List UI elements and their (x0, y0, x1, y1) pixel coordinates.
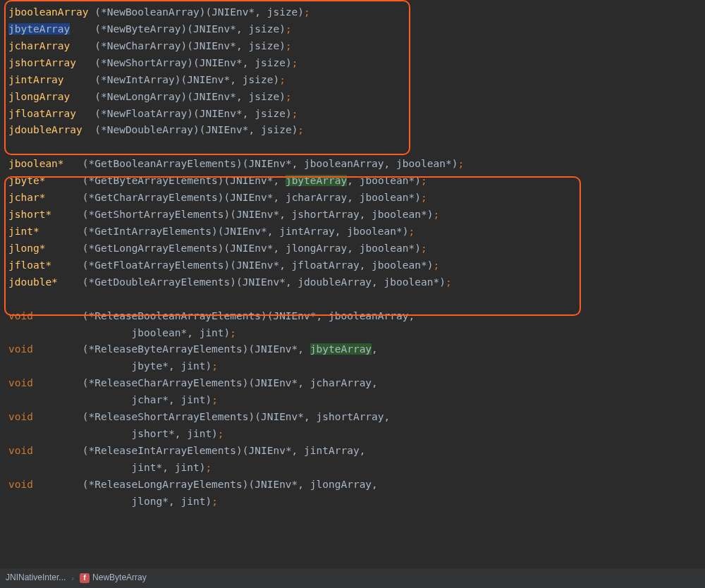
param-type: jbooleanArray (329, 310, 409, 321)
code-line: jdoubleArray (*NewDoubleArray)(JNIEnv*, … (8, 122, 697, 139)
param-type: jsize (261, 124, 292, 135)
param-type: jsize (255, 57, 286, 68)
param-type: jint* (132, 462, 163, 473)
breadcrumb: JNINativeInter... › f NewByteArray (0, 568, 705, 588)
code-line: jbyte* (*GetByteArrayElements)(JNIEnv*, … (8, 173, 697, 190)
function-name: NewIntArray (107, 74, 175, 85)
void-keyword: void (8, 445, 33, 456)
function-name: GetDoubleArrayElements (94, 276, 230, 288)
return-type: jshortArray (8, 57, 76, 68)
void-keyword: void (8, 479, 33, 490)
param-type: jint (187, 428, 212, 439)
function-name: NewFloatArray (107, 108, 188, 119)
param-type: JNIEnv* (255, 479, 298, 490)
param-type: jint (180, 496, 205, 507)
param-type: JNIEnv* (224, 226, 267, 237)
param-type: JNIEnv* (193, 40, 236, 51)
function-name: GetCharArrayElements (94, 192, 218, 203)
chevron-right-icon: › (71, 572, 74, 584)
code-editor[interactable]: jbooleanArray (*NewBooleanArray)(JNIEnv*… (0, 0, 705, 510)
param-type: jboolean* (360, 192, 415, 203)
breadcrumb-member[interactable]: f NewByteArray (80, 571, 147, 585)
param-type: jshortArray (317, 411, 384, 422)
code-line: jboolean*, jint); (8, 325, 697, 342)
return-type: jint* (8, 226, 39, 237)
function-name: ReleaseShortArrayElements (94, 411, 248, 422)
param-type: jsize (249, 23, 280, 35)
param-type: jboolean* (360, 243, 415, 254)
function-name: ReleaseLongArrayElements (94, 479, 243, 490)
return-type: jcharArray (8, 40, 70, 51)
return-type: jchar* (8, 192, 45, 203)
function-name: ReleaseByteArrayElements (94, 343, 243, 355)
return-type: jdouble* (8, 276, 58, 288)
param-type: JNIEnv* (230, 243, 273, 254)
param-type: jint (200, 327, 224, 338)
param-type: jboolean* (396, 158, 452, 169)
function-name: NewDoubleArray (107, 124, 193, 135)
param-type: jboolean* (132, 327, 188, 338)
param-type: jint (180, 360, 205, 372)
code-line: void (*ReleaseByteArrayElements)(JNIEnv*… (8, 341, 697, 358)
field-icon: f (80, 573, 90, 583)
return-type: jintArray (8, 74, 64, 85)
code-line: jint* (*GetIntArrayElements)(JNIEnv*, ji… (8, 223, 697, 240)
code-line: jlongArray (*NewLongArray)(JNIEnv*, jsiz… (8, 89, 697, 106)
return-type: jlong* (8, 243, 45, 254)
breadcrumb-class[interactable]: JNINativeInter... (6, 571, 66, 585)
param-type: JNIEnv* (249, 445, 292, 456)
param-type: jsize (249, 40, 280, 51)
function-name: GetFloatArrayElements (94, 259, 223, 271)
code-line: jshortArray (*NewShortArray)(JNIEnv*, js… (8, 55, 697, 72)
function-name: GetByteArrayElements (94, 175, 218, 186)
breadcrumb-member-label: NewByteArray (92, 571, 147, 585)
function-name: GetShortArrayElements (94, 209, 223, 220)
function-name: GetIntArrayElements (94, 226, 212, 237)
return-type: jfloatArray (8, 108, 76, 119)
code-line: jintArray (*NewIntArray)(JNIEnv*, jsize)… (8, 72, 697, 89)
param-type: JNIEnv* (255, 377, 298, 388)
return-type: jfloat* (8, 259, 51, 271)
selection: jbyteArray (8, 23, 70, 35)
param-type: JNIEnv* (205, 124, 248, 135)
code-line: void (*ReleaseIntArrayElements)(JNIEnv*,… (8, 443, 697, 460)
function-name: NewByteArray (107, 23, 181, 35)
param-type: jboolean* (384, 276, 440, 288)
param-type: jchar* (132, 394, 168, 405)
code-line: jlong* (*GetLongArrayElements)(JNIEnv*, … (8, 240, 697, 257)
param-type: jbooleanArray (304, 158, 384, 169)
code-line: jfloat* (*GetFloatArrayElements)(JNIEnv*… (8, 257, 697, 274)
param-type: JNIEnv* (236, 259, 279, 271)
param-type: jintArray (279, 226, 335, 237)
param-type: jsize (267, 6, 298, 18)
code-line: jint*, jint); (8, 460, 697, 477)
code-line: jboolean* (*GetBooleanArrayElements)(JNI… (8, 156, 697, 173)
param-type: JNIEnv* (193, 23, 236, 35)
code-line: jcharArray (*NewCharArray)(JNIEnv*, jsiz… (8, 38, 697, 55)
function-name: ReleaseCharArrayElements (94, 377, 243, 388)
param-type: JNIEnv* (200, 108, 243, 119)
code-line: jchar* (*GetCharArrayElements)(JNIEnv*, … (8, 190, 697, 207)
param-type: JNIEnv* (249, 158, 292, 169)
param-type: jint (175, 462, 200, 473)
param-type: jcharArray (286, 192, 347, 203)
param-type: JNIEnv* (193, 91, 236, 102)
code-line: jbyte*, jint); (8, 358, 697, 375)
void-keyword: void (8, 310, 33, 321)
function-name: ReleaseIntArrayElements (94, 445, 236, 456)
function-name: GetLongArrayElements (94, 243, 218, 254)
code-line: void (*ReleaseShortArrayElements)(JNIEnv… (8, 409, 697, 426)
void-keyword: void (8, 411, 33, 422)
param-type: jshortArray (292, 209, 360, 220)
param-type: jshort* (132, 428, 175, 439)
function-name: ReleaseBooleanArrayElements (94, 310, 261, 321)
param-type: JNIEnv* (230, 175, 273, 186)
param-type: JNIEnv* (230, 192, 273, 203)
param-type: jint (180, 394, 205, 405)
param-type: JNIEnv* (261, 411, 304, 422)
param-type: jcharArray (310, 377, 372, 388)
param-type: JNIEnv* (243, 276, 286, 288)
code-line: jfloatArray (*NewFloatArray)(JNIEnv*, js… (8, 106, 697, 123)
code-line: jshort*, jint); (8, 426, 697, 443)
function-name: GetBooleanArrayElements (94, 158, 236, 169)
